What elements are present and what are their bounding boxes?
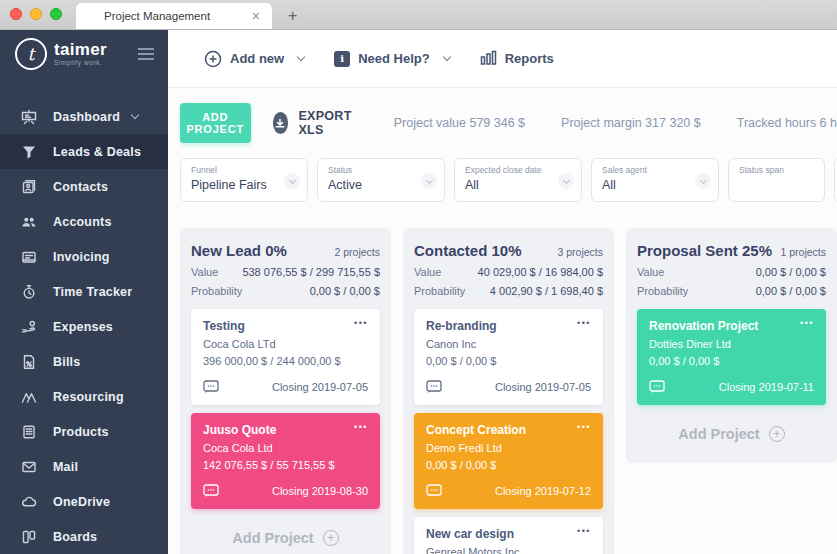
tab-title: Project Management [104, 10, 250, 22]
column-title: Contacted 10% [414, 242, 522, 259]
sidebar-item-resourcing[interactable]: Resourcing [0, 379, 168, 414]
plus-circle-icon: + [769, 426, 785, 442]
card-menu-icon[interactable]: ••• [577, 527, 591, 535]
chevron-down-icon [131, 111, 139, 119]
card-menu-icon[interactable]: ••• [577, 319, 591, 327]
contacts-icon [21, 178, 38, 195]
filter-row: Funnel Pipeline Fairs Status Active Expe… [180, 158, 837, 202]
sidebar-item-mail[interactable]: Mail [0, 449, 168, 484]
status-filter[interactable]: Status Active [317, 158, 445, 202]
action-row: ADD PROJECT EXPORT XLS Project value 579… [180, 103, 837, 143]
new-tab-button[interactable]: + [288, 3, 297, 29]
sidebar-item-leads-deals[interactable]: Leads & Deals [0, 134, 168, 169]
sidebar-item-dashboard[interactable]: Dashboard [0, 99, 168, 134]
deal-card[interactable]: Testing ••• Coca Cola LTd 396 000,00 $ /… [191, 309, 380, 405]
pipeline-board: New Lead 0% 2 projects Value538 076,55 $… [180, 228, 837, 554]
tracked-hours-stat: Tracked hours 6 h [737, 116, 837, 130]
close-window-button[interactable] [10, 8, 22, 20]
comments-icon[interactable] [426, 380, 443, 394]
reports-button[interactable]: Reports [480, 50, 554, 67]
comments-icon[interactable] [203, 484, 220, 498]
deal-card[interactable]: New car design ••• Genreal Motors Inc 40… [414, 517, 603, 554]
column-proposal-sent: Proposal Sent 25% 1 projects Value0,00 $… [626, 228, 837, 463]
card-menu-icon[interactable]: ••• [354, 423, 368, 431]
top-toolbar: Add new i Need Help? Reports [168, 30, 837, 88]
deal-card[interactable]: Concept Creation ••• Demo Fredi Ltd 0,00… [414, 413, 603, 509]
card-menu-icon[interactable]: ••• [354, 319, 368, 327]
column-probability: 0,00 $ / 0,00 $ [756, 285, 826, 297]
sidebar-item-boards[interactable]: Boards [0, 519, 168, 554]
sidebar-menu: Dashboard Leads & Deals Contacts Account… [0, 77, 168, 554]
chevron-down-icon[interactable] [421, 173, 437, 189]
deal-card[interactable]: Renovation Project ••• Dotties Diner Ltd… [637, 309, 826, 405]
logo-glyph: t [28, 44, 35, 64]
browser-tab[interactable]: Project Management × [76, 3, 272, 29]
chevron-down-icon [442, 53, 450, 61]
sidebar-item-expenses[interactable]: Expenses [0, 309, 168, 344]
zoom-window-button[interactable] [50, 8, 62, 20]
logo-text: taimer Simplify work. [54, 41, 107, 67]
window-controls [0, 0, 76, 29]
add-new-button[interactable]: Add new [204, 50, 314, 68]
content-area: ADD PROJECT EXPORT XLS Project value 579… [168, 88, 837, 554]
stopwatch-icon [21, 283, 38, 300]
browser-tab-bar: Project Management × + [0, 0, 837, 30]
sidebar-item-bills[interactable]: Bills [0, 344, 168, 379]
funnel-icon [21, 143, 38, 160]
add-project-column-button[interactable]: Add Project + [637, 415, 826, 453]
funnel-filter[interactable]: Funnel Pipeline Fairs [180, 158, 308, 202]
expected-close-date-filter[interactable]: Expected close date All [454, 158, 582, 202]
add-project-button[interactable]: ADD PROJECT [180, 103, 251, 143]
mail-icon [21, 458, 38, 475]
status-span-filter[interactable]: Status span [728, 158, 825, 202]
accounts-icon [21, 213, 38, 230]
add-project-column-button[interactable]: Add Project + [191, 519, 380, 554]
dashboard-icon [21, 108, 38, 125]
comments-icon[interactable] [649, 380, 666, 394]
app-window: Project Management × + t taimer Simplify… [0, 0, 837, 554]
bar-chart-icon [480, 50, 497, 67]
column-title: New Lead 0% [191, 242, 287, 259]
sidebar-item-time-tracker[interactable]: Time Tracker [0, 274, 168, 309]
sidebar-item-products[interactable]: Products [0, 414, 168, 449]
cloud-download-icon [273, 112, 289, 134]
column-title: Proposal Sent 25% [637, 242, 772, 259]
card-menu-icon[interactable]: ••• [577, 423, 591, 431]
deal-card[interactable]: Re-branding ••• Canon Inc 0,00 $ / 0,00 … [414, 309, 603, 405]
taimer-logo-icon: t [15, 38, 47, 70]
card-menu-icon[interactable]: ••• [800, 319, 814, 327]
deal-card[interactable]: Juuso Quote ••• Coca Cola Ltd 142 076,55… [191, 413, 380, 509]
closing-date: Closing 2019-07-12 [495, 485, 591, 497]
column-new-lead: New Lead 0% 2 projects Value538 076,55 $… [180, 228, 391, 554]
need-help-button[interactable]: i Need Help? [334, 51, 460, 67]
comments-icon[interactable] [426, 484, 443, 498]
hamburger-menu-icon[interactable] [138, 48, 154, 60]
chevron-down-icon[interactable] [558, 173, 574, 189]
sales-agent-filter[interactable]: Sales agent All [591, 158, 719, 202]
column-project-count: 2 projects [334, 246, 380, 258]
expenses-icon [21, 318, 38, 335]
sidebar: t taimer Simplify work. Dashboard Leads … [0, 30, 168, 554]
logo-row: t taimer Simplify work. [0, 30, 168, 77]
resourcing-icon [21, 388, 38, 405]
sidebar-item-invoicing[interactable]: Invoicing [0, 239, 168, 274]
sidebar-item-contacts[interactable]: Contacts [0, 169, 168, 204]
bills-icon [21, 353, 38, 370]
plus-circle-icon: + [323, 530, 339, 546]
project-value-stat: Project value 579 346 $ [394, 116, 525, 130]
closing-date: Closing 2019-07-05 [495, 381, 591, 393]
brand-name: taimer [54, 41, 107, 58]
comments-icon[interactable] [203, 380, 220, 394]
chevron-down-icon[interactable] [284, 173, 300, 189]
minimize-window-button[interactable] [30, 8, 42, 20]
chevron-down-icon[interactable] [695, 173, 711, 189]
sidebar-item-onedrive[interactable]: OneDrive [0, 484, 168, 519]
export-xls-button[interactable]: EXPORT XLS [273, 109, 358, 137]
close-tab-icon[interactable]: × [250, 8, 262, 24]
column-value: 40 029,00 $ / 16 984,00 $ [478, 266, 603, 278]
sidebar-item-accounts[interactable]: Accounts [0, 204, 168, 239]
project-margin-stat: Project margin 317 320 $ [561, 116, 701, 130]
brand-tagline: Simplify work. [54, 60, 107, 67]
column-probability: 4 002,90 $ / 1 698,40 $ [490, 285, 603, 297]
chevron-down-icon [297, 53, 305, 61]
